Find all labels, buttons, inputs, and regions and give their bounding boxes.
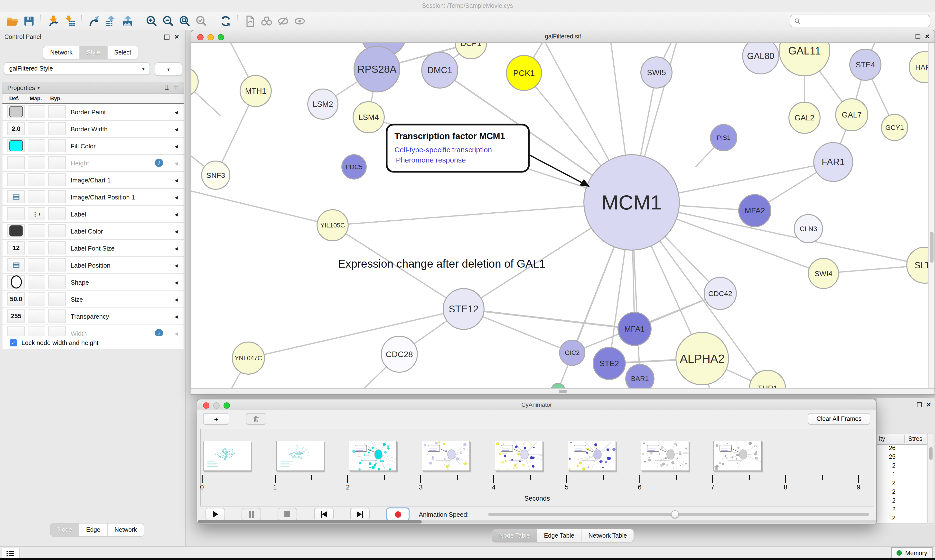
default-value-cell[interactable] <box>7 190 25 203</box>
property-row-shape[interactable]: Shape◂ <box>2 274 184 291</box>
mapping-cell[interactable] <box>28 275 45 289</box>
bypass-cell[interactable] <box>48 190 66 203</box>
node-HAP2[interactable]: HAP2 <box>909 52 928 83</box>
frame-thumbnail-3[interactable] <box>349 441 397 471</box>
node-BAR1[interactable]: BAR1 <box>626 365 654 389</box>
property-row-border-width[interactable]: 2.0Border Width◂ <box>2 121 184 138</box>
node-STE2[interactable]: STE2 <box>593 348 625 380</box>
node-YNL047C[interactable]: YNL047C <box>232 342 264 374</box>
collapse-row-icon[interactable]: ◂ <box>174 240 178 256</box>
default-value-cell[interactable] <box>7 224 25 237</box>
maximize-frame-icon[interactable] <box>915 34 920 39</box>
property-row-image-chart-position-1[interactable]: Image/Chart Position 1◂ <box>2 189 184 206</box>
network-caption[interactable]: Expression change after deletion of GAL1 <box>338 257 545 270</box>
bypass-cell[interactable] <box>48 241 66 254</box>
table-row[interactable]: 2 <box>877 488 927 497</box>
mapping-cell[interactable]: ⋮› <box>28 207 45 220</box>
expand-all-icon[interactable]: ⇊ <box>164 84 170 91</box>
bypass-cell[interactable] <box>48 105 66 118</box>
property-row-height[interactable]: Heighti◂ <box>2 155 184 172</box>
mapping-cell[interactable] <box>28 241 45 254</box>
node-MFA2[interactable]: MFA2 <box>739 195 771 227</box>
default-value-cell[interactable] <box>7 258 25 271</box>
bypass-cell[interactable] <box>48 275 66 289</box>
annotation-link[interactable]: Cell-type-specific transcription <box>395 146 492 154</box>
node-DCP1[interactable]: DCP1 <box>455 43 486 59</box>
float-panel-icon[interactable] <box>164 34 170 40</box>
show-all-icon[interactable] <box>292 14 307 28</box>
node-MCM1[interactable]: MCM1 <box>584 155 679 250</box>
mapping-cell[interactable] <box>28 224 45 237</box>
table-row[interactable]: 25 <box>877 454 927 462</box>
import-network-icon[interactable] <box>46 14 60 28</box>
timeline-playhead[interactable] <box>418 430 419 475</box>
panel-tab-node[interactable]: Node <box>51 523 79 536</box>
default-value-cell[interactable] <box>7 207 25 220</box>
bypass-cell[interactable] <box>48 224 66 237</box>
mapping-cell[interactable] <box>28 258 45 271</box>
style-selector[interactable]: galFiltered Style ▾ <box>4 62 150 75</box>
table-row[interactable]: 2 <box>877 515 927 523</box>
hide-selected-icon[interactable] <box>276 14 290 28</box>
clone-network-icon[interactable] <box>242 14 257 28</box>
memory-button[interactable]: Memory <box>891 547 933 558</box>
play-button[interactable] <box>205 508 225 521</box>
properties-header[interactable]: Properties ▾ ⇊ ⇈ <box>2 82 184 94</box>
save-session-icon[interactable] <box>22 14 36 28</box>
tab-network[interactable]: Network <box>43 46 80 59</box>
animation-timeline[interactable]: Seconds 0123456789 <box>200 429 874 506</box>
frame-thumbnail-8[interactable] <box>714 441 762 471</box>
default-value-cell[interactable] <box>7 275 25 289</box>
close-frame-icon[interactable]: ✕ <box>925 33 930 40</box>
refresh-icon[interactable] <box>218 14 233 28</box>
delete-frame-button[interactable] <box>246 413 266 425</box>
table-row[interactable]: 2 <box>877 506 927 515</box>
task-history-button[interactable] <box>1 548 20 558</box>
collapse-row-icon[interactable]: ◂ <box>174 172 178 188</box>
annotation-link[interactable]: Pheromone response <box>396 156 466 164</box>
default-value-cell[interactable]: 50.0 <box>7 292 25 306</box>
default-value-cell[interactable] <box>7 105 25 118</box>
close-table-panel-icon[interactable]: ✕ <box>926 402 931 408</box>
default-value-cell[interactable]: 2.0 <box>7 122 25 135</box>
node-GAL11[interactable]: GAL11 <box>779 43 830 76</box>
default-value-cell[interactable] <box>7 173 25 186</box>
node-PDC5[interactable]: PDC5 <box>342 155 366 179</box>
table-column-Stres[interactable]: Stres <box>908 435 922 442</box>
mapping-cell[interactable] <box>28 156 45 169</box>
node-FAR1[interactable]: FAR1 <box>814 143 853 182</box>
network-vertical-scrollbar[interactable] <box>928 43 935 389</box>
property-row-label-position[interactable]: Label Position◂ <box>2 257 184 274</box>
pause-button[interactable] <box>242 508 261 521</box>
default-value-cell[interactable] <box>7 139 25 152</box>
table-row[interactable]: 2 <box>877 497 927 506</box>
info-icon[interactable]: i <box>155 329 163 337</box>
tab-edge-table[interactable]: Edge Table <box>537 529 582 542</box>
node-STE4[interactable]: STE4 <box>850 49 881 80</box>
collapse-row-icon[interactable]: ◂ <box>174 308 178 325</box>
node-ALPHA2[interactable]: ALPHA2 <box>676 332 728 385</box>
lock-node-size-row[interactable]: ✓ Lock node width and height <box>2 336 184 349</box>
checkbox-checked-icon[interactable]: ✓ <box>10 339 17 346</box>
node-SWI4[interactable]: SWI4 <box>808 258 839 289</box>
skip-to-end-button[interactable] <box>350 508 370 521</box>
zoom-fit-icon[interactable] <box>177 14 192 28</box>
mapping-cell[interactable] <box>28 309 45 323</box>
network-canvas[interactable]: RPS28BDCP1RPS28ADMC1PCK1MTH1LSM2LSM4SNF3… <box>191 43 928 389</box>
collapse-row-icon[interactable]: ◂ <box>174 138 178 154</box>
tab-style[interactable]: Style <box>80 46 108 59</box>
collapse-row-icon[interactable]: ◂ <box>174 121 178 137</box>
stop-button[interactable] <box>278 508 297 521</box>
node-GCY1[interactable]: GCY1 <box>881 114 908 141</box>
animator-horizontal-scrollbar[interactable] <box>198 520 876 523</box>
table-row[interactable]: 2 <box>877 462 927 471</box>
bypass-cell[interactable] <box>48 156 66 169</box>
bypass-cell[interactable] <box>48 139 66 152</box>
table-row[interactable]: 1 <box>877 471 927 480</box>
float-table-panel-icon[interactable] <box>917 402 922 407</box>
animation-speed-slider[interactable] <box>488 513 869 516</box>
default-value-cell[interactable] <box>7 156 25 169</box>
frame-thumbnail-4[interactable] <box>422 441 470 471</box>
mapping-cell[interactable] <box>28 190 45 203</box>
collapse-row-icon[interactable]: ◂ <box>174 155 178 171</box>
